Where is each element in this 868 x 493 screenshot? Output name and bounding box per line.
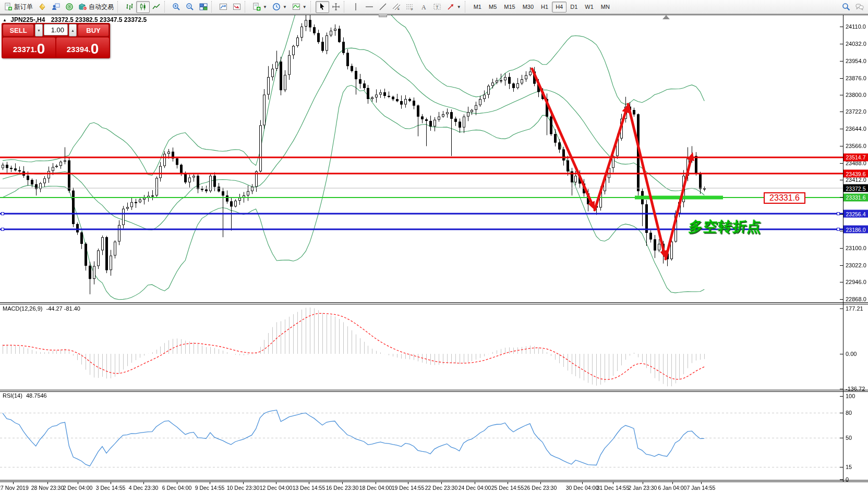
cursor-button[interactable] xyxy=(316,1,329,13)
time-tick-label: 16 Dec 23:30 xyxy=(326,485,358,491)
time-tick-label: 26 Dec 23:30 xyxy=(524,485,557,491)
chart-title: ▲ JPN225-,H4 23372.5 23382.5 23347.5 233… xyxy=(3,16,147,23)
sell-button[interactable]: SELL xyxy=(3,24,34,36)
timeframe-h4-button[interactable]: H4 xyxy=(552,2,566,13)
price-tick-label: 23954.0 xyxy=(846,58,866,64)
price-line-badge: 23256.4 xyxy=(843,210,868,218)
templates-button[interactable] xyxy=(230,1,244,13)
timeframe-w1-button[interactable]: W1 xyxy=(581,2,597,13)
arrows-icon xyxy=(447,3,455,11)
profiles-icon xyxy=(219,3,227,11)
buy-button[interactable]: BUY xyxy=(78,24,109,36)
search-button[interactable] xyxy=(839,1,853,13)
rsi-name: RSI(14) xyxy=(3,392,22,399)
macd-name: MACD(12,26,9) xyxy=(3,305,42,312)
price-line-badge: 23372.5 xyxy=(843,184,868,192)
crosshair-icon xyxy=(332,3,340,11)
auto-trading-button[interactable]: 自动交易 xyxy=(76,1,116,13)
green-line-price-callout[interactable]: 23331.6 xyxy=(764,192,805,204)
time-tick-label: 25 Dec 14:55 xyxy=(491,485,524,491)
chat-button[interactable] xyxy=(853,1,866,13)
data-window-button[interactable] xyxy=(49,1,63,13)
line-chart-button[interactable] xyxy=(150,1,163,13)
buy-price-big-digit: 0 xyxy=(91,42,99,56)
zoom-out-button[interactable] xyxy=(183,1,197,13)
rsi-tick-label: 15 xyxy=(846,464,852,470)
new-chart-button[interactable]: ▼ xyxy=(250,1,270,13)
price-line-badge: 23514.7 xyxy=(843,153,868,161)
rsi-value: 48.7546 xyxy=(26,392,47,399)
text-button[interactable]: A xyxy=(417,1,430,13)
timeframe-m30-button[interactable]: M30 xyxy=(519,2,537,13)
timeframe-m1-button[interactable]: M1 xyxy=(470,2,485,13)
fibonacci-icon: F xyxy=(406,3,414,11)
new-order-button[interactable]: 新订单 xyxy=(2,1,35,13)
svg-text:A: A xyxy=(421,4,426,11)
macd-tick-label: 177.21 xyxy=(846,305,863,312)
horizontal-line-icon xyxy=(365,3,373,11)
mt4-terminal: { "toolbar": { "new_order": "新订单", "auto… xyxy=(0,0,868,493)
volume-decrease-button[interactable]: ▼ xyxy=(35,24,43,36)
text-label-icon: T xyxy=(433,3,441,11)
toolbar-separator xyxy=(164,1,168,13)
timeframe-d1-button[interactable]: D1 xyxy=(566,2,581,13)
fibonacci-button[interactable]: F xyxy=(403,1,417,13)
volume-input[interactable]: 1.00 xyxy=(44,24,68,35)
arrows-button[interactable]: ▼ xyxy=(444,1,464,13)
tile-windows-button[interactable] xyxy=(197,1,210,13)
price-tick-label: 22868.0 xyxy=(846,296,866,302)
macd-tick-label: -136.72 xyxy=(846,386,865,392)
indicators-button[interactable]: ▼ xyxy=(290,1,309,13)
price-line-badge: 23331.6 xyxy=(843,193,868,201)
vertical-line-button[interactable] xyxy=(349,1,363,13)
timeframe-mn-button[interactable]: MN xyxy=(597,2,613,13)
timeframe-h1-button[interactable]: H1 xyxy=(537,2,552,13)
market-watch-icon xyxy=(38,3,46,11)
toolbar-separator xyxy=(344,1,348,13)
buy-price[interactable]: 23394.0 xyxy=(56,38,109,57)
sell-price-small: 23371 xyxy=(13,43,35,56)
market-watch-button[interactable] xyxy=(35,1,49,13)
one-click-trading-panel: SELL ▼ 1.00 ▲ BUY 23371.0 23394.0 xyxy=(2,23,110,58)
zoom-in-button[interactable] xyxy=(170,1,183,13)
chinese-annotation[interactable]: 多空转折点 xyxy=(688,217,763,236)
collapse-triangle-icon[interactable]: ▲ xyxy=(3,18,7,22)
time-tick-label: 4 Dec 23:30 xyxy=(129,485,159,491)
time-tick-label: 31 Dec 14:55 xyxy=(597,485,629,491)
horizontal-line-button[interactable] xyxy=(363,1,376,13)
time-tick-label: 10 Dec 23:30 xyxy=(227,485,259,491)
tile-windows-icon xyxy=(199,3,208,11)
chart-symbol-timeframe: JPN225-,H4 xyxy=(10,16,45,23)
bar-chart-button[interactable] xyxy=(123,1,136,13)
trendline-button[interactable] xyxy=(376,1,390,13)
timeframe-m5-button[interactable]: M5 xyxy=(485,2,500,13)
profiles-button[interactable] xyxy=(216,1,230,13)
crosshair-button[interactable] xyxy=(329,1,343,13)
dropdown-arrow-icon: ▼ xyxy=(263,5,267,9)
sell-price-big-digit: 0 xyxy=(37,42,45,56)
text-label-button[interactable]: T xyxy=(430,1,444,13)
trendline-icon xyxy=(379,3,387,11)
candlestick-chart-button[interactable] xyxy=(136,1,150,13)
period-clock-button[interactable]: ▼ xyxy=(270,1,290,13)
line-chart-icon xyxy=(152,3,161,11)
zoom-out-icon xyxy=(186,3,194,11)
chart-canvas[interactable] xyxy=(0,0,868,493)
timeframe-m15-button[interactable]: M15 xyxy=(500,2,519,13)
dropdown-arrow-icon: ▼ xyxy=(457,5,461,9)
time-tick-label: 2 Jan 23:30 xyxy=(629,485,657,491)
dropdown-arrow-icon: ▼ xyxy=(303,5,307,9)
channel-button[interactable]: E xyxy=(390,1,403,13)
svg-text:T: T xyxy=(436,5,439,10)
price-tick-label: 23566.0 xyxy=(846,143,866,149)
time-tick-label: 9 Dec 14:55 xyxy=(195,485,225,491)
macd-label: MACD(12,26,9) -44.27 -81.40 xyxy=(3,305,80,312)
price-tick-label: 23800.0 xyxy=(846,92,866,98)
svg-text:F: F xyxy=(411,8,413,11)
time-tick-label: 6 Jan 04:00 xyxy=(658,485,687,491)
volume-increase-button[interactable]: ▲ xyxy=(69,24,77,36)
rsi-tick-label: 100 xyxy=(846,393,855,399)
rsi-label: RSI(14) 48.7546 xyxy=(3,392,47,399)
sell-price[interactable]: 23371.0 xyxy=(3,38,55,57)
navigator-button[interactable] xyxy=(63,1,76,13)
